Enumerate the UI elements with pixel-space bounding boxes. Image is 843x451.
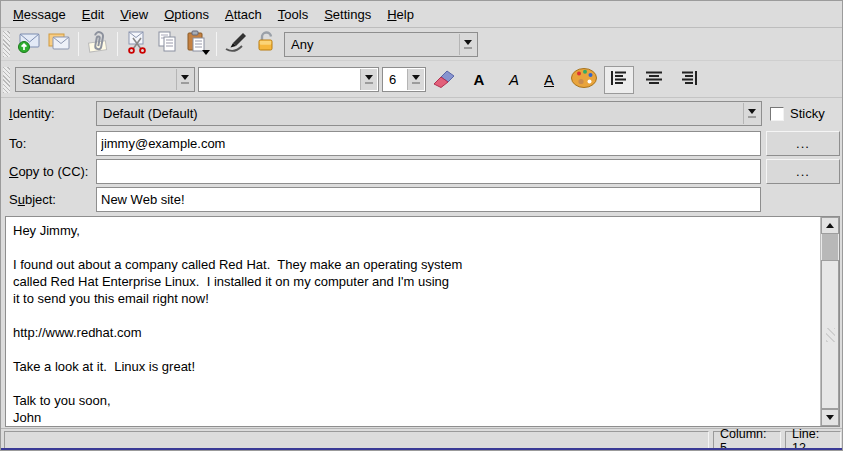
- eraser-icon: [432, 68, 456, 92]
- toolbar-separator: [78, 32, 79, 56]
- text-color-button[interactable]: [569, 66, 599, 94]
- cut-icon: [124, 30, 150, 58]
- to-input[interactable]: [96, 131, 761, 156]
- cc-input[interactable]: [96, 159, 761, 184]
- identity-row: Identity: Default (Default) Sticky: [1, 101, 842, 127]
- bold-icon: A: [474, 71, 485, 88]
- font-family-select[interactable]: [198, 67, 379, 92]
- remove-formatting-button[interactable]: [429, 66, 459, 94]
- encrypt-lock-button[interactable]: [251, 30, 281, 58]
- subject-label: Subject:: [9, 187, 56, 213]
- copy-button[interactable]: [152, 30, 182, 58]
- arrow-up-icon: [826, 223, 834, 228]
- bold-button[interactable]: A: [464, 66, 494, 94]
- paste-dropdown-arrow-icon: [202, 50, 210, 55]
- chevron-down-icon[interactable]: [360, 69, 377, 90]
- spellcheck-pen-button[interactable]: [221, 30, 251, 58]
- align-left-button[interactable]: [604, 66, 634, 94]
- window-bottom-border: [1, 448, 842, 450]
- scroll-up-button[interactable]: [821, 217, 839, 234]
- statusbar: Column: 5 Line: 12: [1, 428, 842, 450]
- editor-scrollbar[interactable]: [820, 217, 839, 426]
- underline-icon: A: [544, 71, 554, 88]
- sticky-label: Sticky: [790, 101, 825, 127]
- mail-composer-window: Message Edit View Options Attach Tools S…: [0, 0, 843, 451]
- format-toolbar: Standard 6: [1, 62, 842, 98]
- scrollbar-grip-icon: [826, 328, 835, 342]
- menu-view[interactable]: View: [112, 4, 156, 25]
- scrollbar-thumb[interactable]: [821, 260, 839, 409]
- paragraph-style-select[interactable]: Standard: [15, 67, 195, 92]
- align-right-icon: [679, 69, 699, 91]
- queue-mail-icon: [46, 30, 72, 58]
- font-size-value: 6: [389, 72, 396, 87]
- lock-open-icon: [255, 31, 277, 57]
- underline-button[interactable]: A: [534, 66, 564, 94]
- cc-row: Copy to (CC): ...: [1, 159, 842, 185]
- scroll-down-button[interactable]: [821, 409, 839, 426]
- menu-options[interactable]: Options: [156, 4, 217, 25]
- cc-address-picker-button[interactable]: ...: [766, 159, 840, 184]
- message-body-text[interactable]: Hey Jimmy, I found out about a company c…: [6, 217, 820, 426]
- paragraph-style-value: Standard: [22, 72, 75, 87]
- attach-icon: [86, 30, 110, 58]
- to-label: To:: [9, 131, 26, 157]
- toolbar-grip[interactable]: [3, 31, 10, 57]
- crypto-format-select[interactable]: Any: [284, 32, 478, 57]
- send-mail-icon: [16, 30, 42, 58]
- send-button[interactable]: [14, 30, 44, 58]
- menu-edit[interactable]: Edit: [74, 4, 112, 25]
- message-body-editor[interactable]: Hey Jimmy, I found out about a company c…: [5, 216, 840, 427]
- menu-help[interactable]: Help: [379, 4, 422, 25]
- align-center-button[interactable]: [639, 66, 669, 94]
- menu-attach[interactable]: Attach: [217, 4, 270, 25]
- toolbar-separator: [216, 32, 217, 56]
- subject-input[interactable]: [96, 187, 761, 212]
- identity-select[interactable]: Default (Default): [96, 101, 762, 126]
- menu-settings[interactable]: Settings: [316, 4, 379, 25]
- cut-button[interactable]: [122, 30, 152, 58]
- queue-button[interactable]: [44, 30, 74, 58]
- font-size-select[interactable]: 6: [382, 67, 426, 92]
- menubar: Message Edit View Options Attach Tools S…: [1, 1, 842, 28]
- chevron-down-icon[interactable]: [176, 69, 193, 90]
- menu-message[interactable]: Message: [5, 4, 74, 25]
- toolbar-grip[interactable]: [3, 67, 10, 93]
- main-toolbar: Any: [1, 28, 842, 61]
- menu-tools[interactable]: Tools: [270, 4, 316, 25]
- copy-icon: [155, 30, 179, 58]
- text-color-palette-icon: [570, 67, 598, 93]
- identity-label: Identity:: [9, 101, 55, 127]
- align-right-button[interactable]: [674, 66, 704, 94]
- to-row: To: ...: [1, 131, 842, 157]
- crypto-format-value: Any: [291, 37, 313, 52]
- scrollbar-track[interactable]: [822, 234, 838, 260]
- chevron-down-icon[interactable]: [743, 103, 760, 124]
- italic-icon: A: [509, 71, 519, 88]
- italic-button[interactable]: A: [499, 66, 529, 94]
- arrow-down-icon: [826, 415, 834, 420]
- align-left-icon: [609, 69, 629, 91]
- to-address-picker-button[interactable]: ...: [766, 131, 840, 156]
- chevron-down-icon[interactable]: [459, 34, 476, 55]
- cc-label: Copy to (CC):: [9, 159, 88, 185]
- subject-row: Subject:: [1, 187, 842, 213]
- paste-button[interactable]: [182, 30, 212, 58]
- sticky-checkbox[interactable]: [770, 107, 784, 121]
- chevron-down-icon[interactable]: [407, 69, 424, 90]
- pen-icon: [223, 31, 249, 57]
- align-center-icon: [644, 69, 664, 91]
- toolbar-separator: [117, 32, 118, 56]
- identity-value: Default (Default): [103, 106, 198, 121]
- attach-button[interactable]: [83, 30, 113, 58]
